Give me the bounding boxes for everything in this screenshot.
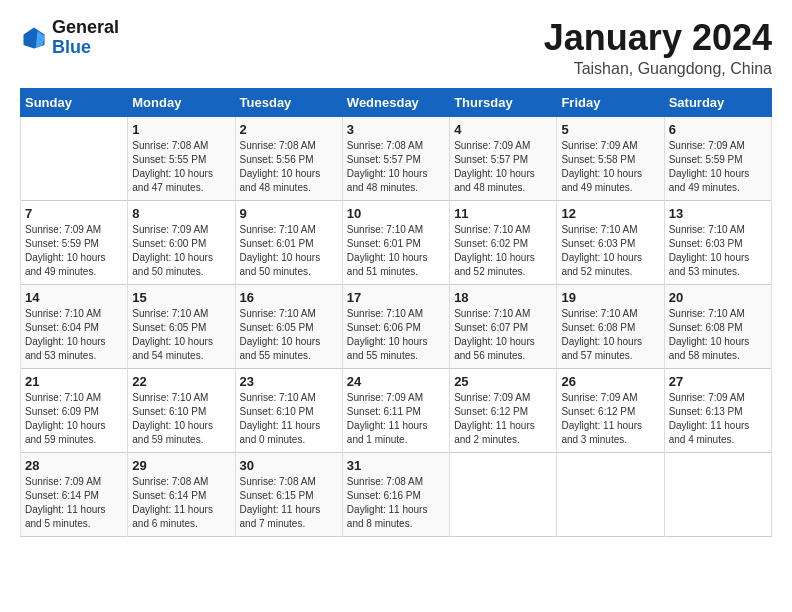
day-info: Sunrise: 7:08 AM Sunset: 5:57 PM Dayligh… xyxy=(347,139,445,195)
col-tuesday: Tuesday xyxy=(235,88,342,116)
calendar-week-3: 14Sunrise: 7:10 AM Sunset: 6:04 PM Dayli… xyxy=(21,284,772,368)
day-number: 31 xyxy=(347,458,445,473)
calendar-cell: 15Sunrise: 7:10 AM Sunset: 6:05 PM Dayli… xyxy=(128,284,235,368)
day-number: 5 xyxy=(561,122,659,137)
day-info: Sunrise: 7:10 AM Sunset: 6:08 PM Dayligh… xyxy=(669,307,767,363)
day-info: Sunrise: 7:10 AM Sunset: 6:01 PM Dayligh… xyxy=(347,223,445,279)
logo: General Blue xyxy=(20,18,119,58)
day-info: Sunrise: 7:09 AM Sunset: 5:57 PM Dayligh… xyxy=(454,139,552,195)
day-info: Sunrise: 7:09 AM Sunset: 5:59 PM Dayligh… xyxy=(25,223,123,279)
calendar-cell: 2Sunrise: 7:08 AM Sunset: 5:56 PM Daylig… xyxy=(235,116,342,200)
calendar-cell: 10Sunrise: 7:10 AM Sunset: 6:01 PM Dayli… xyxy=(342,200,449,284)
day-number: 27 xyxy=(669,374,767,389)
day-info: Sunrise: 7:08 AM Sunset: 6:14 PM Dayligh… xyxy=(132,475,230,531)
calendar-cell: 4Sunrise: 7:09 AM Sunset: 5:57 PM Daylig… xyxy=(450,116,557,200)
calendar-cell: 13Sunrise: 7:10 AM Sunset: 6:03 PM Dayli… xyxy=(664,200,771,284)
day-number: 12 xyxy=(561,206,659,221)
day-number: 1 xyxy=(132,122,230,137)
col-saturday: Saturday xyxy=(664,88,771,116)
day-number: 26 xyxy=(561,374,659,389)
calendar-cell xyxy=(557,452,664,536)
calendar-cell: 19Sunrise: 7:10 AM Sunset: 6:08 PM Dayli… xyxy=(557,284,664,368)
col-thursday: Thursday xyxy=(450,88,557,116)
day-info: Sunrise: 7:10 AM Sunset: 6:05 PM Dayligh… xyxy=(240,307,338,363)
calendar-cell: 17Sunrise: 7:10 AM Sunset: 6:06 PM Dayli… xyxy=(342,284,449,368)
day-info: Sunrise: 7:08 AM Sunset: 6:16 PM Dayligh… xyxy=(347,475,445,531)
calendar-week-4: 21Sunrise: 7:10 AM Sunset: 6:09 PM Dayli… xyxy=(21,368,772,452)
calendar-cell: 27Sunrise: 7:09 AM Sunset: 6:13 PM Dayli… xyxy=(664,368,771,452)
day-number: 2 xyxy=(240,122,338,137)
month-title: January 2024 xyxy=(544,18,772,58)
calendar-cell: 24Sunrise: 7:09 AM Sunset: 6:11 PM Dayli… xyxy=(342,368,449,452)
calendar-week-1: 1Sunrise: 7:08 AM Sunset: 5:55 PM Daylig… xyxy=(21,116,772,200)
day-info: Sunrise: 7:10 AM Sunset: 6:03 PM Dayligh… xyxy=(669,223,767,279)
page: General Blue January 2024 Taishan, Guang… xyxy=(0,0,792,547)
day-info: Sunrise: 7:10 AM Sunset: 6:03 PM Dayligh… xyxy=(561,223,659,279)
day-number: 7 xyxy=(25,206,123,221)
day-info: Sunrise: 7:09 AM Sunset: 5:58 PM Dayligh… xyxy=(561,139,659,195)
day-number: 14 xyxy=(25,290,123,305)
calendar-cell: 29Sunrise: 7:08 AM Sunset: 6:14 PM Dayli… xyxy=(128,452,235,536)
location: Taishan, Guangdong, China xyxy=(544,60,772,78)
day-info: Sunrise: 7:09 AM Sunset: 6:12 PM Dayligh… xyxy=(561,391,659,447)
calendar-cell xyxy=(450,452,557,536)
calendar-cell: 9Sunrise: 7:10 AM Sunset: 6:01 PM Daylig… xyxy=(235,200,342,284)
col-friday: Friday xyxy=(557,88,664,116)
calendar-cell: 20Sunrise: 7:10 AM Sunset: 6:08 PM Dayli… xyxy=(664,284,771,368)
day-info: Sunrise: 7:10 AM Sunset: 6:08 PM Dayligh… xyxy=(561,307,659,363)
day-info: Sunrise: 7:09 AM Sunset: 6:11 PM Dayligh… xyxy=(347,391,445,447)
calendar-cell: 3Sunrise: 7:08 AM Sunset: 5:57 PM Daylig… xyxy=(342,116,449,200)
logo-icon xyxy=(20,24,48,52)
calendar-cell: 28Sunrise: 7:09 AM Sunset: 6:14 PM Dayli… xyxy=(21,452,128,536)
calendar-cell: 26Sunrise: 7:09 AM Sunset: 6:12 PM Dayli… xyxy=(557,368,664,452)
day-number: 22 xyxy=(132,374,230,389)
calendar-cell xyxy=(664,452,771,536)
day-number: 24 xyxy=(347,374,445,389)
calendar-cell: 11Sunrise: 7:10 AM Sunset: 6:02 PM Dayli… xyxy=(450,200,557,284)
day-info: Sunrise: 7:09 AM Sunset: 6:12 PM Dayligh… xyxy=(454,391,552,447)
col-monday: Monday xyxy=(128,88,235,116)
col-wednesday: Wednesday xyxy=(342,88,449,116)
calendar-cell xyxy=(21,116,128,200)
calendar-cell: 23Sunrise: 7:10 AM Sunset: 6:10 PM Dayli… xyxy=(235,368,342,452)
calendar-cell: 6Sunrise: 7:09 AM Sunset: 5:59 PM Daylig… xyxy=(664,116,771,200)
calendar-cell: 16Sunrise: 7:10 AM Sunset: 6:05 PM Dayli… xyxy=(235,284,342,368)
day-info: Sunrise: 7:10 AM Sunset: 6:07 PM Dayligh… xyxy=(454,307,552,363)
calendar-cell: 5Sunrise: 7:09 AM Sunset: 5:58 PM Daylig… xyxy=(557,116,664,200)
day-info: Sunrise: 7:08 AM Sunset: 5:55 PM Dayligh… xyxy=(132,139,230,195)
day-info: Sunrise: 7:10 AM Sunset: 6:10 PM Dayligh… xyxy=(132,391,230,447)
day-info: Sunrise: 7:09 AM Sunset: 6:14 PM Dayligh… xyxy=(25,475,123,531)
day-number: 20 xyxy=(669,290,767,305)
calendar-table: Sunday Monday Tuesday Wednesday Thursday… xyxy=(20,88,772,537)
day-number: 21 xyxy=(25,374,123,389)
day-info: Sunrise: 7:10 AM Sunset: 6:02 PM Dayligh… xyxy=(454,223,552,279)
day-number: 10 xyxy=(347,206,445,221)
day-number: 6 xyxy=(669,122,767,137)
calendar-cell: 7Sunrise: 7:09 AM Sunset: 5:59 PM Daylig… xyxy=(21,200,128,284)
day-number: 28 xyxy=(25,458,123,473)
day-info: Sunrise: 7:10 AM Sunset: 6:06 PM Dayligh… xyxy=(347,307,445,363)
day-info: Sunrise: 7:09 AM Sunset: 6:00 PM Dayligh… xyxy=(132,223,230,279)
calendar-cell: 14Sunrise: 7:10 AM Sunset: 6:04 PM Dayli… xyxy=(21,284,128,368)
header: General Blue January 2024 Taishan, Guang… xyxy=(20,18,772,78)
calendar-week-5: 28Sunrise: 7:09 AM Sunset: 6:14 PM Dayli… xyxy=(21,452,772,536)
calendar-cell: 12Sunrise: 7:10 AM Sunset: 6:03 PM Dayli… xyxy=(557,200,664,284)
day-info: Sunrise: 7:08 AM Sunset: 6:15 PM Dayligh… xyxy=(240,475,338,531)
day-info: Sunrise: 7:10 AM Sunset: 6:01 PM Dayligh… xyxy=(240,223,338,279)
day-number: 8 xyxy=(132,206,230,221)
day-info: Sunrise: 7:10 AM Sunset: 6:10 PM Dayligh… xyxy=(240,391,338,447)
day-number: 3 xyxy=(347,122,445,137)
day-number: 11 xyxy=(454,206,552,221)
day-number: 30 xyxy=(240,458,338,473)
calendar-cell: 18Sunrise: 7:10 AM Sunset: 6:07 PM Dayli… xyxy=(450,284,557,368)
day-number: 13 xyxy=(669,206,767,221)
day-number: 4 xyxy=(454,122,552,137)
day-number: 16 xyxy=(240,290,338,305)
calendar-cell: 8Sunrise: 7:09 AM Sunset: 6:00 PM Daylig… xyxy=(128,200,235,284)
day-number: 18 xyxy=(454,290,552,305)
day-number: 17 xyxy=(347,290,445,305)
calendar-cell: 25Sunrise: 7:09 AM Sunset: 6:12 PM Dayli… xyxy=(450,368,557,452)
day-number: 15 xyxy=(132,290,230,305)
day-info: Sunrise: 7:08 AM Sunset: 5:56 PM Dayligh… xyxy=(240,139,338,195)
title-block: January 2024 Taishan, Guangdong, China xyxy=(544,18,772,78)
